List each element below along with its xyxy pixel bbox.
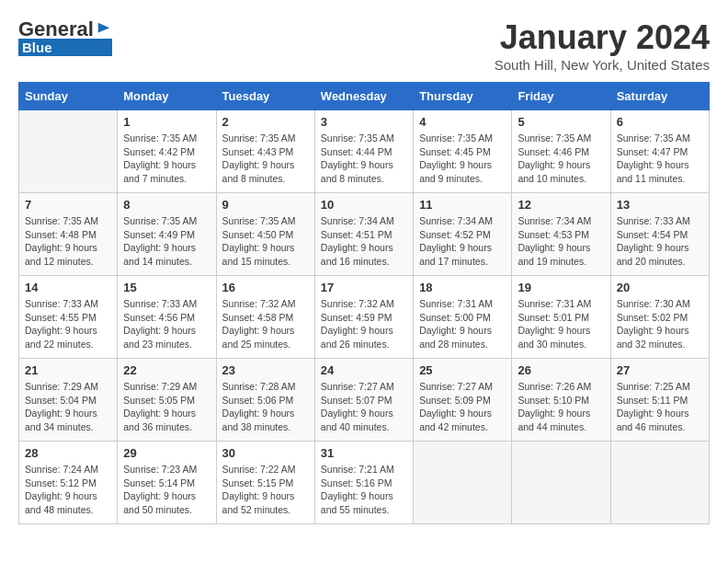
logo-flag-icon bbox=[96, 21, 112, 38]
day-info: Sunrise: 7:27 AM Sunset: 5:09 PM Dayligh… bbox=[419, 380, 506, 434]
header-row: SundayMondayTuesdayWednesdayThursdayFrid… bbox=[19, 83, 710, 110]
logo-blue: Blue bbox=[18, 39, 112, 56]
calendar-cell: 1Sunrise: 7:35 AM Sunset: 4:42 PM Daylig… bbox=[118, 110, 216, 193]
week-row: 14Sunrise: 7:33 AM Sunset: 4:55 PM Dayli… bbox=[19, 276, 710, 359]
calendar-header: SundayMondayTuesdayWednesdayThursdayFrid… bbox=[19, 83, 710, 110]
calendar-cell: 22Sunrise: 7:29 AM Sunset: 5:05 PM Dayli… bbox=[118, 359, 216, 442]
calendar-cell: 23Sunrise: 7:28 AM Sunset: 5:06 PM Dayli… bbox=[216, 359, 314, 442]
day-number: 11 bbox=[419, 198, 506, 212]
header-cell-tuesday: Tuesday bbox=[216, 83, 314, 110]
calendar-cell: 30Sunrise: 7:22 AM Sunset: 5:15 PM Dayli… bbox=[216, 442, 314, 524]
calendar-cell: 28Sunrise: 7:24 AM Sunset: 5:12 PM Dayli… bbox=[19, 442, 118, 524]
day-info: Sunrise: 7:30 AM Sunset: 5:02 PM Dayligh… bbox=[617, 297, 703, 351]
day-info: Sunrise: 7:35 AM Sunset: 4:48 PM Dayligh… bbox=[25, 214, 111, 269]
calendar-cell: 7Sunrise: 7:35 AM Sunset: 4:48 PM Daylig… bbox=[19, 193, 118, 276]
calendar-cell bbox=[414, 442, 512, 524]
logo: General Blue bbox=[18, 18, 112, 56]
day-number: 18 bbox=[419, 281, 506, 294]
calendar-cell bbox=[19, 110, 118, 193]
header-cell-friday: Friday bbox=[512, 83, 610, 110]
calendar-cell: 17Sunrise: 7:32 AM Sunset: 4:59 PM Dayli… bbox=[314, 276, 413, 359]
day-number: 8 bbox=[123, 198, 210, 212]
day-number: 6 bbox=[617, 115, 703, 129]
day-info: Sunrise: 7:21 AM Sunset: 5:16 PM Dayligh… bbox=[321, 463, 407, 517]
calendar-cell: 25Sunrise: 7:27 AM Sunset: 5:09 PM Dayli… bbox=[414, 359, 512, 442]
day-info: Sunrise: 7:33 AM Sunset: 4:54 PM Dayligh… bbox=[617, 214, 703, 269]
day-info: Sunrise: 7:34 AM Sunset: 4:53 PM Dayligh… bbox=[518, 214, 604, 269]
calendar-cell: 10Sunrise: 7:34 AM Sunset: 4:51 PM Dayli… bbox=[314, 193, 413, 276]
logo-text-general: General bbox=[18, 18, 94, 40]
day-info: Sunrise: 7:23 AM Sunset: 5:14 PM Dayligh… bbox=[123, 463, 210, 517]
calendar-cell: 9Sunrise: 7:35 AM Sunset: 4:50 PM Daylig… bbox=[216, 193, 314, 276]
day-info: Sunrise: 7:32 AM Sunset: 4:58 PM Dayligh… bbox=[222, 297, 309, 351]
day-number: 1 bbox=[123, 115, 210, 129]
day-number: 19 bbox=[518, 281, 604, 294]
day-info: Sunrise: 7:26 AM Sunset: 5:10 PM Dayligh… bbox=[518, 380, 604, 434]
calendar-cell: 31Sunrise: 7:21 AM Sunset: 5:16 PM Dayli… bbox=[314, 442, 413, 524]
day-number: 29 bbox=[123, 446, 210, 460]
day-info: Sunrise: 7:33 AM Sunset: 4:56 PM Dayligh… bbox=[123, 297, 210, 351]
day-info: Sunrise: 7:27 AM Sunset: 5:07 PM Dayligh… bbox=[321, 380, 407, 434]
day-number: 20 bbox=[617, 281, 703, 294]
day-number: 27 bbox=[617, 363, 703, 377]
calendar-cell: 18Sunrise: 7:31 AM Sunset: 5:00 PM Dayli… bbox=[414, 276, 512, 359]
day-info: Sunrise: 7:31 AM Sunset: 5:00 PM Dayligh… bbox=[419, 297, 506, 351]
day-number: 15 bbox=[123, 281, 210, 294]
week-row: 1Sunrise: 7:35 AM Sunset: 4:42 PM Daylig… bbox=[19, 110, 710, 193]
day-number: 23 bbox=[222, 363, 309, 377]
day-info: Sunrise: 7:33 AM Sunset: 4:55 PM Dayligh… bbox=[25, 297, 111, 351]
day-info: Sunrise: 7:35 AM Sunset: 4:47 PM Dayligh… bbox=[617, 132, 703, 186]
day-info: Sunrise: 7:32 AM Sunset: 4:59 PM Dayligh… bbox=[321, 297, 407, 351]
page-header: General Blue January 2024 South Hill, Ne… bbox=[18, 18, 710, 73]
day-info: Sunrise: 7:35 AM Sunset: 4:49 PM Dayligh… bbox=[123, 214, 210, 269]
day-info: Sunrise: 7:35 AM Sunset: 4:43 PM Dayligh… bbox=[222, 132, 309, 186]
day-number: 22 bbox=[123, 363, 210, 377]
calendar-cell: 2Sunrise: 7:35 AM Sunset: 4:43 PM Daylig… bbox=[216, 110, 314, 193]
calendar-cell: 27Sunrise: 7:25 AM Sunset: 5:11 PM Dayli… bbox=[610, 359, 709, 442]
day-number: 13 bbox=[617, 198, 703, 212]
header-cell-thursday: Thursday bbox=[414, 83, 512, 110]
day-number: 21 bbox=[25, 363, 111, 377]
day-number: 7 bbox=[25, 198, 111, 212]
calendar-cell: 24Sunrise: 7:27 AM Sunset: 5:07 PM Dayli… bbox=[314, 359, 413, 442]
calendar-table: SundayMondayTuesdayWednesdayThursdayFrid… bbox=[18, 82, 710, 524]
day-number: 5 bbox=[518, 115, 604, 129]
header-cell-saturday: Saturday bbox=[610, 83, 709, 110]
header-cell-wednesday: Wednesday bbox=[314, 83, 413, 110]
calendar-cell: 4Sunrise: 7:35 AM Sunset: 4:45 PM Daylig… bbox=[414, 110, 512, 193]
header-cell-sunday: Sunday bbox=[19, 83, 118, 110]
day-info: Sunrise: 7:35 AM Sunset: 4:44 PM Dayligh… bbox=[321, 132, 407, 186]
calendar-cell bbox=[512, 442, 610, 524]
day-info: Sunrise: 7:35 AM Sunset: 4:50 PM Dayligh… bbox=[222, 214, 309, 269]
day-info: Sunrise: 7:24 AM Sunset: 5:12 PM Dayligh… bbox=[25, 463, 111, 517]
day-info: Sunrise: 7:29 AM Sunset: 5:05 PM Dayligh… bbox=[123, 380, 210, 434]
calendar-title: January 2024 bbox=[495, 18, 710, 57]
day-number: 4 bbox=[419, 115, 506, 129]
day-number: 9 bbox=[222, 198, 309, 212]
day-number: 25 bbox=[419, 363, 506, 377]
day-info: Sunrise: 7:28 AM Sunset: 5:06 PM Dayligh… bbox=[222, 380, 309, 434]
calendar-cell: 26Sunrise: 7:26 AM Sunset: 5:10 PM Dayli… bbox=[512, 359, 610, 442]
calendar-cell: 6Sunrise: 7:35 AM Sunset: 4:47 PM Daylig… bbox=[610, 110, 709, 193]
calendar-cell: 5Sunrise: 7:35 AM Sunset: 4:46 PM Daylig… bbox=[512, 110, 610, 193]
calendar-cell: 29Sunrise: 7:23 AM Sunset: 5:14 PM Dayli… bbox=[118, 442, 216, 524]
day-number: 10 bbox=[321, 198, 407, 212]
day-number: 2 bbox=[222, 115, 309, 129]
day-info: Sunrise: 7:35 AM Sunset: 4:42 PM Dayligh… bbox=[123, 132, 210, 186]
week-row: 28Sunrise: 7:24 AM Sunset: 5:12 PM Dayli… bbox=[19, 442, 710, 524]
day-number: 24 bbox=[321, 363, 407, 377]
day-info: Sunrise: 7:22 AM Sunset: 5:15 PM Dayligh… bbox=[222, 463, 309, 517]
day-info: Sunrise: 7:25 AM Sunset: 5:11 PM Dayligh… bbox=[617, 380, 703, 434]
day-info: Sunrise: 7:34 AM Sunset: 4:51 PM Dayligh… bbox=[321, 214, 407, 269]
day-number: 16 bbox=[222, 281, 309, 294]
calendar-cell: 16Sunrise: 7:32 AM Sunset: 4:58 PM Dayli… bbox=[216, 276, 314, 359]
day-number: 3 bbox=[321, 115, 407, 129]
calendar-body: 1Sunrise: 7:35 AM Sunset: 4:42 PM Daylig… bbox=[19, 110, 710, 524]
calendar-cell: 12Sunrise: 7:34 AM Sunset: 4:53 PM Dayli… bbox=[512, 193, 610, 276]
calendar-cell: 19Sunrise: 7:31 AM Sunset: 5:01 PM Dayli… bbox=[512, 276, 610, 359]
calendar-cell: 3Sunrise: 7:35 AM Sunset: 4:44 PM Daylig… bbox=[314, 110, 413, 193]
week-row: 7Sunrise: 7:35 AM Sunset: 4:48 PM Daylig… bbox=[19, 193, 710, 276]
header-cell-monday: Monday bbox=[118, 83, 216, 110]
day-info: Sunrise: 7:35 AM Sunset: 4:45 PM Dayligh… bbox=[419, 132, 506, 186]
calendar-cell: 21Sunrise: 7:29 AM Sunset: 5:04 PM Dayli… bbox=[19, 359, 118, 442]
